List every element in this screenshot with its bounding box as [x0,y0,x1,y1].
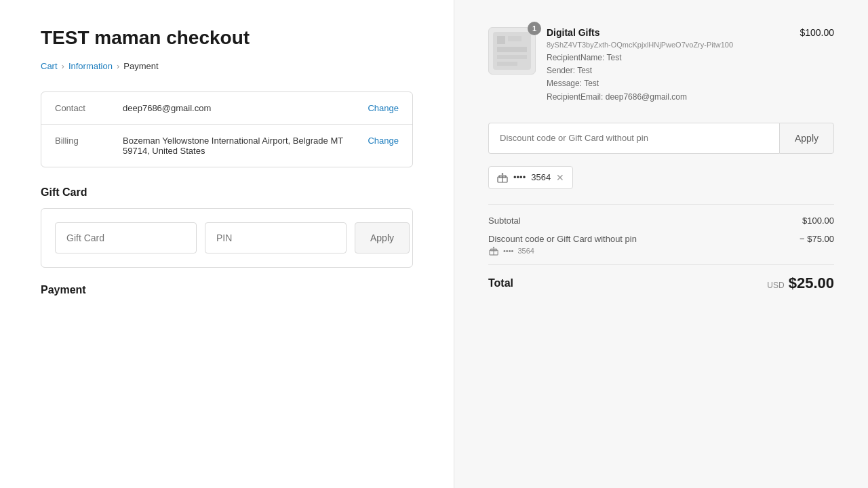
discount-dots: •••• [503,247,513,255]
billing-row: Billing Bozeman Yellowstone Internationa… [41,125,412,167]
product-recipient: RecipientName: Test [547,52,789,64]
product-meta: RecipientName: Test Sender: Test Message… [547,52,789,104]
pin-input[interactable] [205,222,347,253]
payment-title: Payment [41,284,413,296]
contact-value: deep7686@gmail.com [123,103,361,113]
summary-box: Contact deep7686@gmail.com Change Billin… [41,92,413,167]
applied-tag-dots: •••• [513,172,526,182]
product-image [488,27,536,75]
product-sender: Sender: Test [547,64,789,77]
gift-card-box: Apply [41,208,413,268]
total-row: Total USD $25.00 [488,264,834,292]
gift-card-inputs: Apply [55,222,399,253]
applied-tag-last4: 3564 [531,172,551,182]
breadcrumb-cart[interactable]: Cart [41,61,58,71]
applied-gift-card-tag: •••• 3564 ✕ [488,166,573,189]
gift-card-apply-button[interactable]: Apply [355,222,410,253]
price-summary: Subtotal $100.00 Discount code or Gift C… [488,204,834,292]
left-panel: TEST maman checkout Cart › Information ›… [0,0,454,488]
breadcrumb-sep-1: › [62,61,64,71]
discount-value: − $75.00 [800,234,834,244]
contact-change[interactable]: Change [368,103,399,113]
breadcrumb: Cart › Information › Payment [41,61,413,71]
product-name: Digital Gifts [547,27,789,38]
gift-card-title: Gift Card [41,186,413,199]
gift-card-input[interactable] [55,222,197,253]
discount-apply-button[interactable]: Apply [779,123,834,154]
discount-label-text: Discount code or Gift Card without pin [488,234,637,244]
product-badge: 1 [528,22,541,35]
total-value-group: USD $25.00 [767,274,834,292]
svg-rect-5 [497,62,517,66]
contact-label: Contact [55,103,123,113]
product-item: 1 Digital Gifts 8yShZ4VT3byZxth-OQmcKpjx… [488,27,834,104]
discount-row: Discount code or Gift Card without pin •… [488,234,834,256]
product-price: $100.00 [800,27,834,38]
total-value: $25.00 [789,274,834,292]
product-thumbnail-svg [492,30,532,71]
discount-label-group: Discount code or Gift Card without pin •… [488,234,637,256]
billing-change[interactable]: Change [368,136,399,146]
store-title: TEST maman checkout [41,27,413,49]
discount-area: Apply [488,123,834,154]
remove-gift-card-button[interactable]: ✕ [556,173,564,182]
product-sku: 8yShZ4VT3byZxth-OQmcKpjxlHNjPweO7voZry-P… [547,41,789,49]
billing-value: Bozeman Yellowstone International Airpor… [123,136,361,156]
svg-rect-4 [497,55,527,59]
discount-sub-label: •••• 3564 [488,245,637,256]
svg-rect-3 [497,47,527,52]
subtotal-value: $100.00 [802,216,834,226]
discount-last4: 3564 [517,247,534,255]
billing-label: Billing [55,136,123,146]
product-recipient-email: RecipientEmail: deep7686@gmail.com [547,91,789,104]
breadcrumb-information[interactable]: Information [68,61,113,71]
product-details: Digital Gifts 8yShZ4VT3byZxth-OQmcKpjxlH… [547,27,789,104]
svg-rect-2 [508,36,521,41]
contact-row: Contact deep7686@gmail.com Change [41,92,412,125]
product-image-wrapper: 1 [488,27,536,75]
svg-rect-1 [497,36,505,44]
breadcrumb-sep-2: › [117,61,119,71]
discount-gift-icon [488,245,499,256]
total-label: Total [488,277,513,289]
subtotal-row: Subtotal $100.00 [488,216,834,226]
gift-icon [497,172,508,183]
total-currency: USD [767,281,784,290]
discount-input[interactable] [488,123,779,154]
subtotal-label: Subtotal [488,216,521,226]
product-message: Message: Test [547,77,789,90]
right-panel: 1 Digital Gifts 8yShZ4VT3byZxth-OQmcKpjx… [454,0,868,488]
breadcrumb-current: Payment [123,61,158,71]
